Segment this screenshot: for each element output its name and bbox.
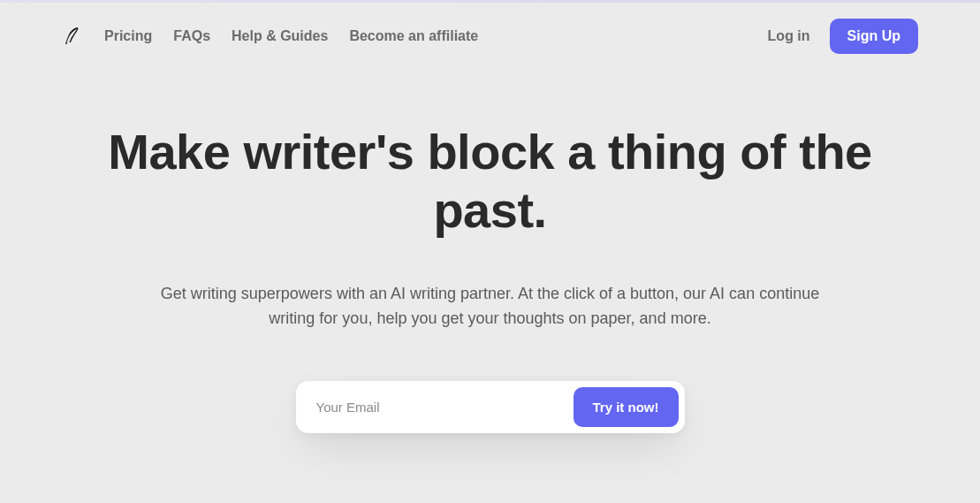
- try-it-now-button[interactable]: Try it now!: [574, 387, 679, 427]
- email-input[interactable]: [302, 389, 574, 425]
- nav-left: Pricing FAQs Help & Guides Become an aff…: [62, 24, 478, 49]
- nav-link-help[interactable]: Help & Guides: [232, 28, 328, 44]
- main-nav: Pricing FAQs Help & Guides Become an aff…: [0, 3, 980, 70]
- nav-link-pricing[interactable]: Pricing: [104, 28, 152, 44]
- nav-link-affiliate[interactable]: Become an affiliate: [349, 28, 478, 44]
- nav-link-faqs[interactable]: FAQs: [173, 28, 210, 44]
- feather-logo-icon[interactable]: [62, 24, 83, 49]
- hero-title: Make writer's block a thing of the past.: [71, 123, 909, 240]
- email-signup-form: Try it now!: [296, 381, 685, 433]
- login-link[interactable]: Log in: [768, 28, 810, 44]
- nav-right: Log in Sign Up: [768, 19, 918, 54]
- hero-section: Make writer's block a thing of the past.…: [0, 70, 980, 433]
- hero-subtitle: Get writing superpowers with an AI writi…: [155, 282, 826, 332]
- signup-button[interactable]: Sign Up: [830, 19, 918, 54]
